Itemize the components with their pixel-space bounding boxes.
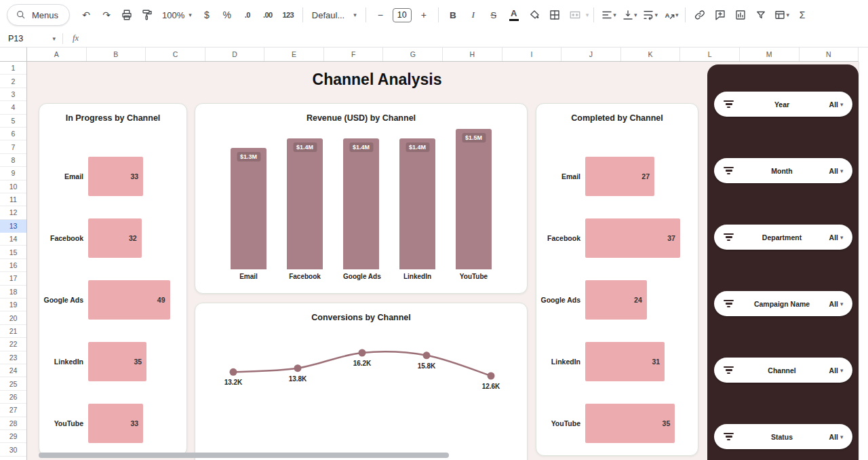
chart-card-in-progress[interactable]: In Progress by Channel Email33Facebook32… — [39, 103, 187, 456]
column-header-B[interactable]: B — [87, 47, 146, 61]
text-color-button[interactable]: A — [505, 5, 524, 24]
formula-input[interactable] — [88, 30, 868, 47]
row-header-11[interactable]: 11 — [0, 193, 26, 206]
print-button[interactable] — [117, 5, 136, 24]
column-header-K[interactable]: K — [621, 47, 681, 61]
slicer-status[interactable]: StatusAll ▾ — [714, 424, 852, 449]
horizontal-scrollbar[interactable] — [39, 453, 449, 458]
row-header-10[interactable]: 10 — [0, 180, 26, 193]
filter-views-button[interactable]: ▾ — [772, 5, 791, 24]
row-header-12[interactable]: 12 — [0, 206, 26, 219]
row-header-4[interactable]: 4 — [0, 101, 26, 114]
row-header-23[interactable]: 23 — [0, 351, 26, 364]
column-header-I[interactable]: I — [502, 47, 562, 61]
column-header-N[interactable]: N — [800, 47, 859, 61]
slicer-value[interactable]: All ▾ — [829, 300, 844, 308]
row-header-13[interactable]: 13 — [0, 220, 26, 233]
row-header-6[interactable]: 6 — [0, 128, 26, 140]
strikethrough-button[interactable]: S — [484, 5, 503, 24]
row-header-22[interactable]: 22 — [0, 338, 26, 351]
increase-font-size-button[interactable]: + — [414, 5, 433, 24]
slicer-department[interactable]: DepartmentAll ▾ — [714, 225, 852, 250]
slicer-value[interactable]: All ▾ — [829, 233, 844, 242]
row-header-20[interactable]: 20 — [0, 311, 26, 324]
borders-button[interactable] — [545, 5, 564, 24]
row-header-7[interactable]: 7 — [0, 140, 26, 153]
slicer-value[interactable]: All ▾ — [829, 100, 844, 109]
row-header-24[interactable]: 24 — [0, 364, 26, 377]
vertical-align-button[interactable]: ▾ — [620, 5, 639, 24]
row-header-18[interactable]: 18 — [0, 286, 26, 299]
slicer-campaign-name[interactable]: Campaign NameAll ▾ — [714, 291, 852, 316]
percent-format-button[interactable]: % — [218, 5, 237, 24]
paint-format-button[interactable] — [138, 5, 157, 24]
row-header-17[interactable]: 17 — [0, 272, 26, 285]
italic-button[interactable]: I — [464, 5, 483, 24]
row-header-26[interactable]: 26 — [0, 391, 26, 404]
select-all-corner[interactable] — [0, 47, 27, 62]
increase-decimals-button[interactable]: .00 — [258, 5, 277, 24]
row-header-19[interactable]: 19 — [0, 299, 26, 311]
row-header-9[interactable]: 9 — [0, 167, 26, 180]
horizontal-align-button[interactable]: ▾ — [599, 5, 618, 24]
column-header-F[interactable]: F — [324, 47, 384, 61]
column-header-E[interactable]: E — [264, 47, 324, 61]
row-header-29[interactable]: 29 — [0, 430, 26, 443]
fill-color-button[interactable] — [525, 5, 544, 24]
insert-link-button[interactable] — [690, 5, 709, 24]
row-header-3[interactable]: 3 — [0, 88, 26, 101]
row-header-27[interactable]: 27 — [0, 404, 26, 417]
slicer-value[interactable]: All ▾ — [829, 366, 844, 375]
row-header-28[interactable]: 28 — [0, 417, 26, 430]
slicer-month[interactable]: MonthAll ▾ — [714, 158, 852, 183]
chart-card-revenue[interactable]: Revenue (USD) by Channel $1.3M$1.4M$1.4M… — [195, 103, 528, 294]
column-header-D[interactable]: D — [205, 47, 265, 61]
slicer-channel[interactable]: ChannelAll ▾ — [714, 358, 852, 383]
row-header-8[interactable]: 8 — [0, 154, 26, 167]
column-header-C[interactable]: C — [146, 47, 205, 61]
bar-zone: 35 — [88, 342, 177, 381]
cell-name-box[interactable]: P13 ▾ — [0, 30, 62, 47]
bold-button[interactable]: B — [443, 5, 462, 24]
row-header-30[interactable]: 30 — [0, 443, 26, 456]
decrease-decimals-button[interactable]: .0 — [238, 5, 257, 24]
currency-format-button[interactable]: $ — [197, 5, 216, 24]
row-header-21[interactable]: 21 — [0, 325, 26, 338]
row-header-2[interactable]: 2 — [0, 75, 26, 88]
column-header-A[interactable]: A — [27, 47, 87, 61]
row-header-31[interactable]: 31 — [0, 457, 26, 460]
undo-button[interactable]: ↶ — [77, 5, 96, 24]
chart-card-completed[interactable]: Completed by Channel Email27Facebook37Go… — [536, 103, 698, 456]
row-header-1[interactable]: 1 — [0, 62, 26, 75]
text-wrap-button[interactable]: ▾ — [640, 5, 660, 24]
column-header-H[interactable]: H — [443, 47, 502, 61]
chart-card-conversions[interactable]: Conversions by Channel 13.2K13.8K16.2K15… — [195, 303, 528, 460]
slicer-value[interactable]: All ▾ — [829, 167, 844, 175]
column-header-G[interactable]: G — [383, 47, 443, 61]
vertical-scrollbar[interactable] — [859, 62, 868, 460]
slicer-year[interactable]: YearAll ▾ — [714, 92, 852, 117]
zoom-select[interactable]: 100% ▾ — [158, 7, 196, 23]
insert-chart-button[interactable] — [731, 5, 750, 24]
redo-button[interactable]: ↷ — [97, 5, 116, 24]
decrease-font-size-button[interactable]: − — [371, 5, 390, 24]
column-header-J[interactable]: J — [561, 47, 621, 61]
row-header-5[interactable]: 5 — [0, 115, 26, 128]
menus-button[interactable]: Menus — [7, 4, 70, 26]
row-header-14[interactable]: 14 — [0, 233, 26, 246]
text-rotation-button[interactable]: A ▾ — [661, 5, 681, 24]
create-filter-button[interactable] — [751, 5, 770, 24]
row-header-16[interactable]: 16 — [0, 259, 26, 272]
column-header-M[interactable]: M — [740, 47, 800, 61]
number-format-button[interactable]: 123 — [279, 5, 298, 24]
row-header-25[interactable]: 25 — [0, 377, 26, 390]
row-header-15[interactable]: 15 — [0, 246, 26, 258]
column-header-L[interactable]: L — [680, 47, 740, 61]
insert-comment-button[interactable] — [711, 5, 730, 24]
font-size-input[interactable]: 10 — [393, 8, 412, 22]
merge-cells-button[interactable] — [566, 5, 585, 24]
merge-dropdown[interactable]: ▾ — [586, 12, 589, 18]
font-select[interactable]: Defaul... ▾ — [308, 7, 361, 23]
functions-button[interactable]: Σ — [793, 5, 812, 24]
slicer-value[interactable]: All ▾ — [829, 433, 844, 441]
